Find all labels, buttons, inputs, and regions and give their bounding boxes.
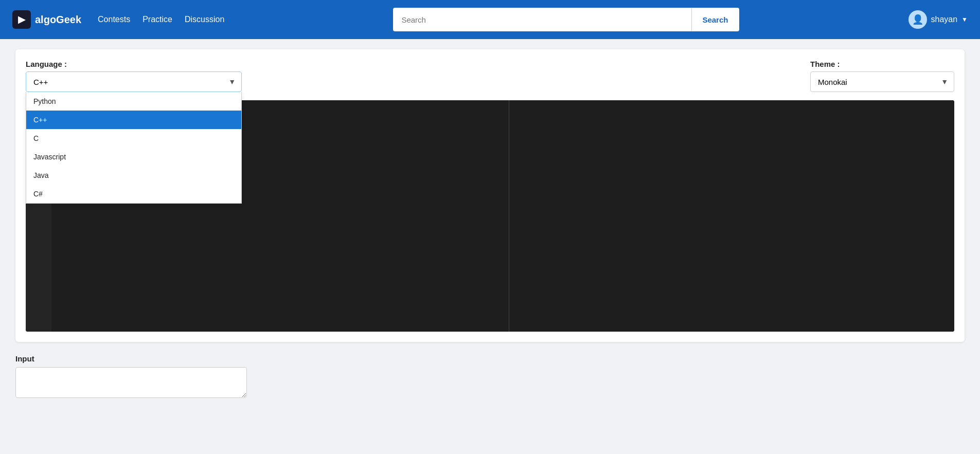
brand-name: algoGeek <box>35 14 81 26</box>
navbar: ▶ algoGeek Contests Practice Discussion … <box>0 0 980 39</box>
main-content: Language : Python C++ C Javascript Java … <box>0 39 980 410</box>
language-control-group: Language : Python C++ C Javascript Java … <box>26 60 242 92</box>
brand-logo[interactable]: ▶ algoGeek <box>12 10 81 29</box>
input-section: Input <box>15 354 965 400</box>
user-icon: 👤 <box>912 14 923 25</box>
theme-control-group: Theme : Monokai Solarized Dark GitHub ▼ <box>810 60 954 92</box>
username: shayan <box>931 15 958 24</box>
language-select-wrapper: Python C++ C Javascript Java C# ▼ Python… <box>26 71 242 92</box>
editor-card: Language : Python C++ C Javascript Java … <box>15 49 965 342</box>
nav-link-contests[interactable]: Contests <box>98 15 130 24</box>
language-label: Language : <box>26 60 242 68</box>
language-dropdown: Python C++ C Javascript Java C# <box>26 92 242 204</box>
nav-link-practice[interactable]: Practice <box>142 15 172 24</box>
theme-select[interactable]: Monokai Solarized Dark GitHub <box>810 71 954 92</box>
controls-row: Language : Python C++ C Javascript Java … <box>26 60 954 92</box>
dropdown-item-c[interactable]: C <box>26 129 241 148</box>
editor-divider <box>509 100 509 332</box>
theme-label: Theme : <box>810 60 954 68</box>
language-select[interactable]: Python C++ C Javascript Java C# <box>26 71 242 92</box>
nav-link-discussion[interactable]: Discussion <box>185 15 224 24</box>
input-textarea[interactable] <box>15 367 247 398</box>
dropdown-item-csharp[interactable]: C# <box>26 185 241 203</box>
search-button[interactable]: Search <box>691 8 739 31</box>
dropdown-item-javascript[interactable]: Javascript <box>26 148 241 166</box>
output-area <box>510 100 954 332</box>
dropdown-item-python[interactable]: Python <box>26 92 241 111</box>
dropdown-item-cpp[interactable]: C++ <box>26 111 241 129</box>
dropdown-item-java[interactable]: Java <box>26 166 241 185</box>
chevron-down-icon: ▼ <box>961 16 968 23</box>
input-label: Input <box>15 354 965 363</box>
search-container: Search <box>241 8 892 31</box>
search-input[interactable] <box>393 8 691 31</box>
brand-icon: ▶ <box>12 10 31 29</box>
user-section[interactable]: 👤 shayan ▼ <box>908 10 968 29</box>
avatar: 👤 <box>908 10 927 29</box>
nav-links: Contests Practice Discussion <box>98 15 224 24</box>
theme-select-wrapper: Monokai Solarized Dark GitHub ▼ <box>810 71 954 92</box>
